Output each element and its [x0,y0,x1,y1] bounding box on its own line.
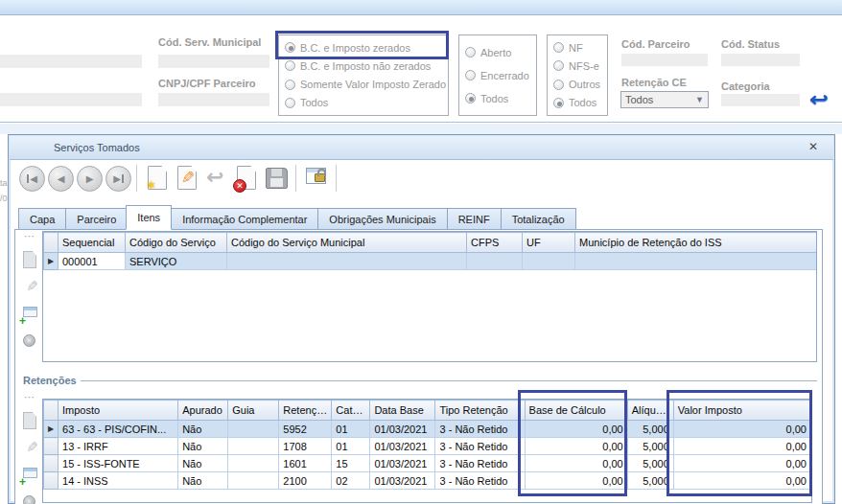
radio-option[interactable]: Todos [553,95,601,111]
new-row-icon[interactable] [21,412,38,431]
grid-cell[interactable]: 3 - Não Retido [435,438,525,455]
radio-option[interactable]: Aberto [465,44,530,60]
grid-cell[interactable]: 14 - INSS [58,472,178,490]
column-header[interactable]: Apurado [178,401,228,421]
grid-cell[interactable] [228,438,279,455]
row-selector[interactable] [44,472,58,490]
grid-cell[interactable]: 01/03/2021 [370,438,435,455]
radio-option[interactable]: B.C. e Imposto não zerados [285,57,442,74]
grid-cell[interactable]: 1708 [279,438,332,455]
column-header[interactable]: Base de Cálculo [525,401,627,421]
column-header[interactable]: Imposto [58,401,178,421]
grid-cell[interactable]: Não [178,455,228,472]
grid-cell[interactable]: 5,000 [627,421,673,438]
edit-row-icon[interactable]: ✎ [21,439,38,458]
nav-first-button[interactable]: ◀ [19,166,45,192]
grid-cell[interactable]: 5,000 [627,472,673,490]
close-icon[interactable]: ✕ [806,140,821,153]
grid-cell[interactable]: 01/03/2021 [370,421,435,438]
grid-cell[interactable]: 01/03/2021 [370,455,435,472]
grid-cell[interactable]: 3 - Não Retido [435,455,525,472]
delete-row-icon[interactable]: ✕ [21,332,38,351]
save-button[interactable] [263,164,291,193]
grid-cell[interactable]: 2100 [279,472,332,490]
column-header[interactable]: Sequencial [58,233,126,253]
radio-option[interactable]: Somente Valor Imposto Zerado [285,77,442,93]
grid-cell[interactable]: 13 - IRRF [58,438,178,455]
radio-option[interactable]: Encerrado [465,67,530,83]
grid-cell[interactable]: 3 - Não Retido [435,472,525,490]
window-titlebar[interactable]: Serviços Tomados [10,136,833,160]
grid-cell[interactable] [228,472,279,490]
grid-cell[interactable]: 15 - ISS-FONTE [58,455,178,472]
column-header[interactable]: Retenção [279,401,332,421]
row-selector[interactable]: ▶ [44,253,58,270]
column-header[interactable]: CFPS [467,233,523,253]
radio-option[interactable]: Outros [553,77,601,93]
dots-icon[interactable]: ⋯ [24,232,35,243]
grid-cell[interactable]: 1601 [279,455,332,472]
column-header[interactable]: Código do Serviço [126,233,227,253]
row-selector[interactable]: ▶ [44,421,58,438]
grid-cell[interactable]: Não [178,421,228,438]
grid-cell[interactable]: 0,00 [673,421,810,438]
grid-cell[interactable]: 0,00 [525,472,627,490]
cod-serv-municipal-field[interactable] [158,55,269,68]
cod-status-field[interactable] [721,54,800,66]
insert-row-icon[interactable]: + [21,305,38,324]
grid-cell[interactable]: 5,000 [627,455,673,472]
dots-icon[interactable]: ⋯ [24,393,35,404]
categoria-field[interactable] [721,94,800,106]
grid-cell[interactable]: 63 - 63 - PIS/COFIN... [58,421,178,438]
grid-cell[interactable]: 15 [332,455,370,472]
tab-informa-o-complementar[interactable]: Informação Complementar [171,208,317,230]
grid-cell[interactable]: Não [178,438,228,455]
undo-button[interactable]: ↩ [203,164,231,193]
nav-next-button[interactable]: ▶ [77,166,103,192]
refresh-icon[interactable]: ↩ [809,88,829,111]
grid-cell[interactable] [227,253,467,270]
cod-parceiro-field[interactable] [621,54,708,66]
grid-cell[interactable] [228,455,279,472]
grid-cell[interactable]: 01 [332,438,370,455]
cut-field-left-1[interactable] [0,55,142,68]
grid-cell[interactable] [523,253,575,270]
grid-cell[interactable] [575,253,817,270]
column-header[interactable]: Valor Imposto [673,401,810,421]
lock-button[interactable] [303,164,331,193]
new-record-button[interactable]: ✶ [144,164,172,193]
cut-field-left-2[interactable] [0,93,142,106]
radio-option[interactable]: NF [553,39,601,56]
grid-cell[interactable]: SERVIÇO [126,253,227,270]
column-header[interactable]: UF [523,233,575,253]
column-header[interactable]: Código do Serviço Municipal [227,233,467,253]
radio-option[interactable]: Todos [285,95,442,111]
grid-cell[interactable]: 000001 [58,253,126,270]
grid-cell[interactable]: Não [178,472,228,490]
grid-cell[interactable] [467,253,523,270]
column-header[interactable]: Tipo Retenção [435,401,525,421]
insert-row-icon[interactable]: + [21,466,38,485]
nav-prev-button[interactable]: ◀ [48,166,74,192]
retencao-ce-dropdown[interactable]: Todos ▼ [620,91,709,108]
new-row-icon[interactable] [21,251,38,270]
tab-itens[interactable]: Itens [126,205,172,230]
grid-cell[interactable]: 0,00 [673,472,810,490]
grid-cell[interactable]: 0,00 [673,438,810,455]
tab-parceiro[interactable]: Parceiro [65,208,127,230]
nav-last-button[interactable]: ▶ [105,166,131,192]
column-header[interactable]: Data Base [370,401,435,421]
column-header[interactable]: Guia [228,401,279,421]
grid-cell[interactable]: 0,00 [673,455,810,472]
delete-row-icon[interactable]: ✕ [21,493,38,504]
grid-cell[interactable]: 0,00 [525,421,627,438]
edit-row-icon[interactable]: ✎ [21,278,38,297]
grid-cell[interactable]: 5952 [279,421,332,438]
delete-record-button[interactable]: ✕ [233,164,261,193]
tab-capa[interactable]: Capa [18,208,65,230]
grid-cell[interactable]: 5,000 [627,438,673,455]
radio-option[interactable]: B.C. e Imposto zerados [285,39,442,56]
grid-cell[interactable]: 01/03/2021 [370,472,435,490]
grid-cell[interactable]: 3 - Não Retido [435,421,525,438]
grid-cell[interactable]: 02 [332,472,370,490]
